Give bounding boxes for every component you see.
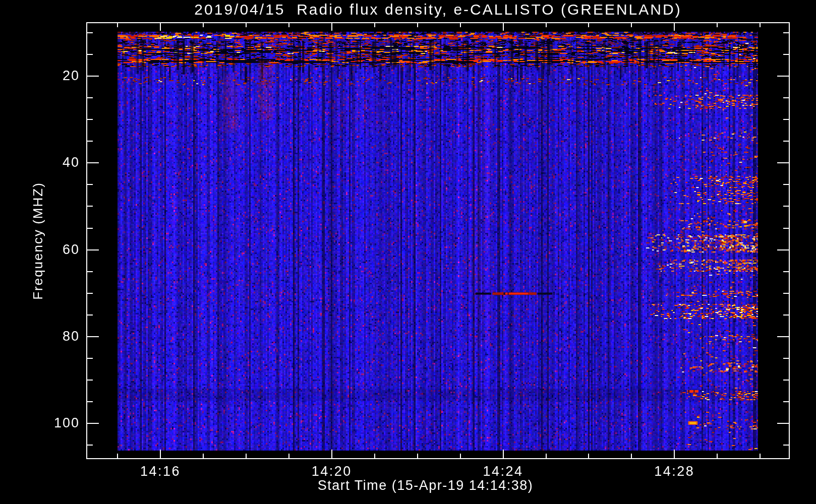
spectrogram-page: 2019/04/15 Radio flux density, e-CALLIST… xyxy=(0,0,816,504)
axes xyxy=(0,0,816,504)
y-tick-label-100: 100 xyxy=(29,415,80,431)
x-axis-label: Start Time (15-Apr-19 14:14:38) xyxy=(87,478,764,493)
y-tick-label-40: 40 xyxy=(29,155,80,170)
x-tick-label-14-24: 14:24 xyxy=(468,464,539,479)
x-tick-label-14-20: 14:20 xyxy=(297,464,367,479)
y-axis-label: Frequency (MHZ) xyxy=(30,182,46,300)
y-tick-label-80: 80 xyxy=(29,329,80,344)
y-axis-ticks xyxy=(87,33,789,445)
x-axis-ticks xyxy=(118,23,760,458)
y-tick-label-20: 20 xyxy=(29,68,80,84)
chart-title: 2019/04/15 Radio flux density, e-CALLIST… xyxy=(87,1,789,18)
x-tick-label-14-16: 14:16 xyxy=(125,464,196,479)
y-tick-label-60: 60 xyxy=(29,242,80,258)
x-tick-label-14-28: 14:28 xyxy=(639,464,710,479)
axis-frame xyxy=(87,23,789,459)
